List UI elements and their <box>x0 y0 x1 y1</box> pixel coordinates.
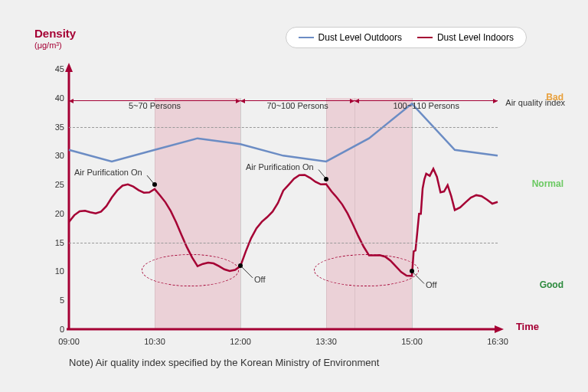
svg-marker-3 <box>495 325 504 333</box>
chart-note: Note) Air quality index specified by the… <box>69 357 379 368</box>
plot-area: Air quality index Time 05101520253035404… <box>69 69 498 329</box>
legend-swatch <box>417 37 433 38</box>
legend-item: Dust Level Outdoors <box>299 32 402 43</box>
chart-container: Density (μg/m³) Dust Level Outdoors Dust… <box>15 15 573 379</box>
svg-marker-2 <box>65 63 73 72</box>
chart-unit: (μg/m³) <box>34 41 62 50</box>
highlight-ellipse <box>314 254 419 286</box>
x-axis-label: Time <box>516 321 539 332</box>
svg-line-5 <box>240 266 253 278</box>
legend-label: Dust Level Outdoors <box>318 32 402 43</box>
legend-item: Dust Level Indoors <box>417 32 514 43</box>
legend-swatch <box>299 37 314 38</box>
legend-label: Dust Level Indoors <box>437 32 514 43</box>
highlight-ellipse <box>142 254 239 286</box>
legend: Dust Level Outdoors Dust Level Indoors <box>286 27 527 48</box>
chart-title: Density <box>34 27 76 40</box>
